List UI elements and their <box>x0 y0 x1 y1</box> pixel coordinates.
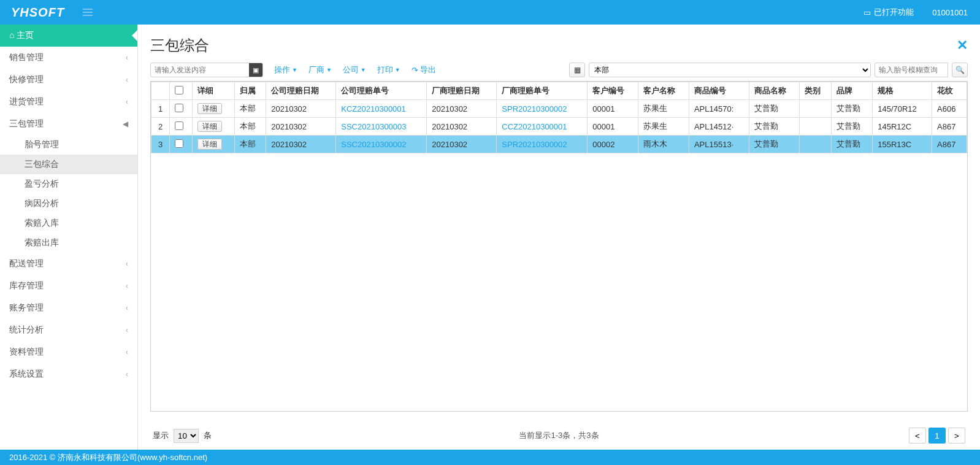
column-header[interactable] <box>170 82 193 100</box>
company-claim-link[interactable]: SSC20210300003 <box>336 118 427 136</box>
chevron-icon: ‹ <box>126 370 128 379</box>
horizontal-scrollbar[interactable] <box>150 412 968 421</box>
page-title: 三包综合 <box>150 36 209 55</box>
company-menu[interactable]: 公司▼ <box>343 64 366 75</box>
table-row[interactable]: 1详细本部20210302KCZ2021030000120210302SPR20… <box>151 100 967 118</box>
page-size-select[interactable]: 10 <box>174 429 199 443</box>
row-checkbox[interactable] <box>175 104 183 112</box>
detail-button[interactable]: 详细 <box>197 103 222 114</box>
grid-icon: ▦ <box>574 66 581 74</box>
sidebar-home-label: 主页 <box>17 30 34 40</box>
row-number: 2 <box>151 118 170 136</box>
row-checkbox[interactable] <box>175 139 183 148</box>
send-input[interactable] <box>151 64 249 75</box>
search-input[interactable] <box>875 63 948 77</box>
vendor-menu[interactable]: 厂商▼ <box>308 64 332 75</box>
chevron-icon: ‹ <box>126 259 128 268</box>
sidebar-item[interactable]: 进货管理‹ <box>0 91 137 113</box>
caret-down-icon: ▼ <box>326 67 332 73</box>
company-claim-link[interactable]: SSC20210300002 <box>336 136 427 153</box>
column-header[interactable] <box>151 82 170 100</box>
select-all-checkbox[interactable] <box>175 86 183 94</box>
column-header[interactable]: 客户编号 <box>588 82 638 100</box>
chevron-icon: ◀ <box>123 120 128 128</box>
company-claim-link[interactable]: KCZ20210300001 <box>336 100 427 118</box>
action-menu[interactable]: 操作▼ <box>274 64 297 75</box>
top-bar: YHSOFT ▭ 已打开功能 01001001 <box>0 0 980 25</box>
prev-page-button[interactable]: < <box>909 428 926 444</box>
table-row[interactable]: 2详细本部20210302SSC2021030000320210302CCZ20… <box>151 118 967 136</box>
paging-info: 当前显示1-3条，共3条 <box>519 430 599 441</box>
sidebar-sub-item[interactable]: 三包综合 <box>0 155 137 174</box>
department-select[interactable]: 本部 <box>589 63 871 77</box>
sidebar-item[interactable]: 销售管理‹ <box>0 47 137 69</box>
user-code[interactable]: 01001001 <box>932 8 968 17</box>
sidebar-home[interactable]: ⌂ 主页 <box>0 25 137 47</box>
logo: YHSOFT <box>0 6 75 20</box>
window-icon: ▭ <box>863 8 871 17</box>
table-row[interactable]: 3详细本部20210302SSC2021030000220210302SPR20… <box>151 136 967 153</box>
chevron-icon: ‹ <box>126 53 128 62</box>
export-button[interactable]: ↷导出 <box>412 64 436 75</box>
column-header[interactable]: 厂商理赔日期 <box>427 82 497 100</box>
column-header[interactable]: 类别 <box>800 82 832 100</box>
vendor-claim-link[interactable]: CCZ20210300001 <box>497 118 588 136</box>
sidebar-item[interactable]: 三包管理◀ <box>0 113 137 135</box>
chevron-icon: ‹ <box>126 348 128 356</box>
caret-down-icon: ▼ <box>395 67 400 73</box>
sidebar-sub-item[interactable]: 胎号管理 <box>0 135 137 155</box>
row-number: 1 <box>151 100 170 118</box>
sidebar-sub-item[interactable]: 病因分析 <box>0 194 137 213</box>
chevron-icon: ‹ <box>126 326 128 334</box>
column-header[interactable]: 公司理赔单号 <box>336 82 427 100</box>
next-page-button[interactable]: > <box>948 428 965 444</box>
sidebar-sub-item[interactable]: 索赔入库 <box>0 213 137 233</box>
export-icon: ↷ <box>412 66 418 75</box>
menu-toggle-icon[interactable] <box>75 0 100 25</box>
sidebar-item[interactable]: 资料管理‹ <box>0 341 137 363</box>
column-header[interactable]: 花纹 <box>932 82 967 100</box>
sidebar-item[interactable]: 快修管理‹ <box>0 69 137 91</box>
send-group: ▣ <box>150 63 263 77</box>
sidebar: ⌂ 主页 销售管理‹快修管理‹进货管理‹三包管理◀胎号管理三包综合盈亏分析病因分… <box>0 25 138 450</box>
vendor-claim-link[interactable]: SPR20210300002 <box>497 100 588 118</box>
sidebar-sub-item[interactable]: 盈亏分析 <box>0 174 137 194</box>
column-header[interactable]: 归属 <box>234 82 266 100</box>
print-menu[interactable]: 打印▼ <box>377 64 400 75</box>
column-header[interactable]: 厂商理赔单号 <box>497 82 588 100</box>
send-button[interactable]: ▣ <box>249 63 262 77</box>
search-button[interactable]: 🔍 <box>952 63 968 77</box>
pager: < 1 > <box>909 428 965 444</box>
chat-icon: ▣ <box>253 66 259 74</box>
vendor-claim-link[interactable]: SPR20210300002 <box>497 136 588 153</box>
show-label: 显示 <box>153 430 169 441</box>
data-table-container: 详细归属公司理赔日期公司理赔单号厂商理赔日期厂商理赔单号客户编号客户名称商品编号… <box>150 81 968 412</box>
sidebar-item[interactable]: 库存管理‹ <box>0 275 137 297</box>
opened-functions-button[interactable]: ▭ 已打开功能 <box>863 7 914 18</box>
main-content: 三包综合 ✕ ▣ 操作▼ 厂商▼ 公司▼ 打印▼ ↷导出 ▦ 本部 🔍 <box>138 25 980 450</box>
sidebar-item[interactable]: 账务管理‹ <box>0 297 137 319</box>
copyright: 2016-2021 © 济南永和科技有限公司(www.yh-softcn.net… <box>9 453 207 462</box>
close-icon[interactable]: ✕ <box>957 37 968 53</box>
sidebar-item[interactable]: 系统设置‹ <box>0 363 137 385</box>
sidebar-sub-item[interactable]: 索赔出库 <box>0 233 137 253</box>
column-header[interactable]: 商品名称 <box>749 82 800 100</box>
column-header[interactable]: 商品编号 <box>689 82 749 100</box>
sidebar-item[interactable]: 统计分析‹ <box>0 319 137 341</box>
table-header-row: 详细归属公司理赔日期公司理赔单号厂商理赔日期厂商理赔单号客户编号客户名称商品编号… <box>151 82 967 100</box>
grid-view-button[interactable]: ▦ <box>569 63 585 77</box>
detail-button[interactable]: 详细 <box>197 121 222 132</box>
column-header[interactable]: 公司理赔日期 <box>266 82 336 100</box>
detail-button[interactable]: 详细 <box>197 139 222 150</box>
row-checkbox[interactable] <box>175 121 183 130</box>
sidebar-item[interactable]: 配送管理‹ <box>0 253 137 275</box>
page-1-button[interactable]: 1 <box>928 428 946 444</box>
table-footer: 显示 10 条 当前显示1-3条，共3条 < 1 > <box>150 421 968 450</box>
column-header[interactable]: 客户名称 <box>638 82 689 100</box>
chevron-icon: ‹ <box>126 282 128 290</box>
column-header[interactable]: 规格 <box>873 82 932 100</box>
column-header[interactable]: 品牌 <box>832 82 873 100</box>
column-header[interactable]: 详细 <box>193 82 234 100</box>
table-body: 1详细本部20210302KCZ2021030000120210302SPR20… <box>151 100 967 153</box>
data-table: 详细归属公司理赔日期公司理赔单号厂商理赔日期厂商理赔单号客户编号客户名称商品编号… <box>151 82 967 153</box>
